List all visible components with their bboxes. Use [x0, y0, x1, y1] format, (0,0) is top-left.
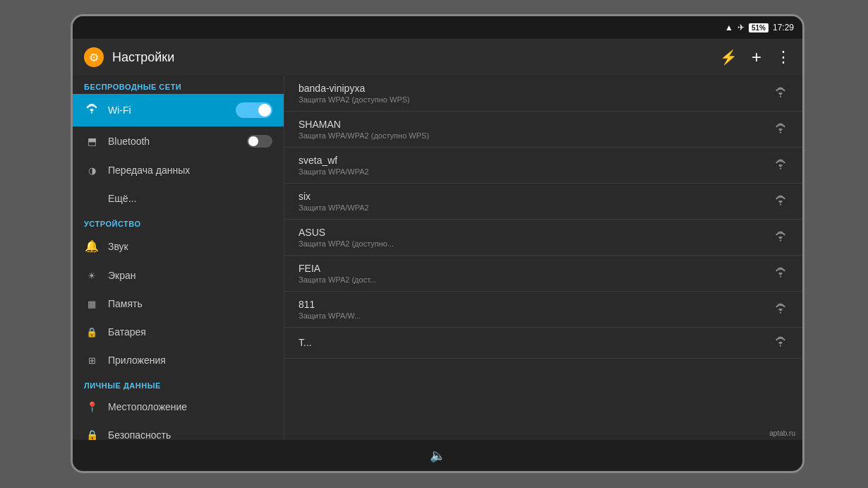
network-name: SHAMAN	[299, 119, 764, 130]
security-icon: 🔒	[84, 429, 100, 440]
battery-label: Батарея	[108, 326, 272, 338]
wifi-signal-icon	[773, 194, 788, 210]
more-button[interactable]: ⋮	[776, 48, 791, 66]
network-item[interactable]: 811 Защита WPA/W...	[284, 292, 802, 328]
gear-icon: ⚙	[84, 47, 104, 67]
signal-icon: ✈	[737, 23, 745, 32]
bluetooth-label: Bluetooth	[108, 136, 239, 147]
network-desc: Защита WPA2 (доступно...	[299, 239, 764, 248]
network-info: ASUS Защита WPA2 (доступно...	[299, 227, 764, 248]
section-wireless: БЕСПРОВОДНЫЕ СЕТИ	[73, 76, 284, 94]
network-desc: Защита WPA/WPA2 (доступно WPS)	[299, 131, 764, 140]
sidebar-item-data[interactable]: ◑ Передача данных	[73, 156, 284, 184]
sidebar-item-wifi[interactable]: Wi-Fi	[73, 94, 284, 126]
network-info: 811 Защита WPA/W...	[299, 299, 764, 320]
wifi-signal-icon	[773, 266, 788, 282]
network-name: ASUS	[299, 227, 764, 238]
network-item[interactable]: six Защита WPA/WPA2	[284, 184, 802, 220]
sidebar-item-apps[interactable]: ⊞ Приложения	[73, 346, 284, 374]
sidebar-item-more[interactable]: Ещё...	[73, 184, 284, 213]
screen-label: Экран	[108, 270, 272, 281]
wifi-toggle[interactable]	[236, 102, 272, 118]
network-item[interactable]: SHAMAN Защита WPA/WPA2 (доступно WPS)	[284, 112, 802, 148]
wifi-signal-icon	[773, 302, 788, 318]
network-desc: Защита WPA2 (доступно WPS)	[299, 95, 764, 104]
watermark: aptab.ru	[769, 429, 795, 437]
wifi-signal-icon	[773, 157, 788, 174]
sidebar-item-location[interactable]: 📍 Местоположение	[73, 393, 284, 421]
wifi-signal-icon	[773, 85, 788, 102]
data-label: Передача данных	[108, 165, 272, 176]
network-name: sveta_wf	[299, 155, 764, 166]
location-label: Местоположение	[108, 401, 272, 412]
sound-label: Звук	[108, 241, 272, 252]
sidebar: БЕСПРОВОДНЫЕ СЕТИ Wi-Fi ⬒ Bluetooth ◑ Пе…	[73, 76, 284, 440]
sidebar-item-memory[interactable]: ▦ Память	[73, 290, 284, 318]
network-info: banda-vinipyxa Защита WPA2 (доступно WPS…	[299, 83, 764, 104]
settings-title: Настройки	[112, 50, 174, 65]
status-bar: ▲ ✈ 51% 17:29	[73, 16, 802, 39]
network-info: six Защита WPA/WPA2	[299, 191, 764, 212]
wifi-signal-icon	[773, 335, 788, 351]
bluetooth-toggle[interactable]	[247, 135, 272, 148]
networks-panel: banda-vinipyxa Защита WPA2 (доступно WPS…	[284, 76, 802, 440]
wifi-signal-icon	[773, 121, 788, 138]
bluetooth-icon: ⬒	[84, 136, 100, 147]
flash-button[interactable]: ⚡	[720, 49, 737, 66]
clock: 17:29	[773, 23, 794, 32]
network-name: T...	[299, 337, 764, 348]
network-info: sveta_wf Защита WPA/WPA2	[299, 155, 764, 176]
volume-button[interactable]: 🔈	[424, 442, 451, 469]
network-info: T...	[299, 337, 764, 350]
apps-label: Приложения	[108, 355, 272, 366]
network-name: six	[299, 191, 764, 202]
tablet-frame: ▲ ✈ 51% 17:29 ⚙ Настройки ⚡ + ⋮ БЕСПРОВО…	[71, 14, 804, 473]
wifi-status-icon: ▲	[725, 23, 733, 32]
memory-icon: ▦	[84, 299, 100, 309]
network-name: FEIA	[299, 263, 764, 274]
network-desc: Защита WPA/WPA2	[299, 203, 764, 212]
network-item[interactable]: sveta_wf Защита WPA/WPA2	[284, 148, 802, 184]
network-desc: Защита WPA/WPA2	[299, 167, 764, 176]
section-personal: ЛИЧНЫЕ ДАННЫЕ	[73, 374, 284, 393]
app-bar: ⚙ Настройки ⚡ + ⋮	[73, 39, 802, 76]
sidebar-item-security[interactable]: 🔒 Безопасность	[73, 421, 284, 440]
network-item[interactable]: banda-vinipyxa Защита WPA2 (доступно WPS…	[284, 76, 802, 112]
network-name: 811	[299, 299, 764, 310]
screen-icon: ☀	[84, 270, 100, 281]
status-icons: ▲ ✈ 51% 17:29	[725, 23, 794, 32]
bottom-nav: 🔈	[73, 440, 802, 471]
wifi-icon	[84, 104, 100, 117]
data-icon: ◑	[84, 165, 100, 176]
network-name: banda-vinipyxa	[299, 83, 764, 94]
sidebar-item-sound[interactable]: 🔔 Звук	[73, 231, 284, 261]
network-desc: Защита WPA2 (дост...	[299, 275, 764, 284]
network-info: FEIA Защита WPA2 (дост...	[299, 263, 764, 284]
network-item[interactable]: T...	[284, 328, 802, 359]
sidebar-item-screen[interactable]: ☀ Экран	[73, 261, 284, 290]
wifi-signal-icon	[773, 230, 788, 246]
network-item[interactable]: ASUS Защита WPA2 (доступно...	[284, 220, 802, 256]
network-info: SHAMAN Защита WPA/WPA2 (доступно WPS)	[299, 119, 764, 140]
wifi-label: Wi-Fi	[108, 105, 227, 116]
sidebar-item-bluetooth[interactable]: ⬒ Bluetooth	[73, 126, 284, 156]
add-button[interactable]: +	[752, 47, 761, 67]
location-icon: 📍	[84, 401, 100, 412]
memory-label: Память	[108, 298, 272, 309]
network-item[interactable]: FEIA Защита WPA2 (дост...	[284, 256, 802, 292]
app-title-area: ⚙ Настройки	[84, 47, 720, 67]
section-device: УСТРОЙСТВО	[73, 213, 284, 231]
main-content: БЕСПРОВОДНЫЕ СЕТИ Wi-Fi ⬒ Bluetooth ◑ Пе…	[73, 76, 802, 440]
security-label: Безопасность	[108, 429, 272, 440]
battery-icon: 🔒	[84, 327, 100, 338]
network-desc: Защита WPA/W...	[299, 311, 764, 320]
app-bar-actions: ⚡ + ⋮	[720, 47, 791, 67]
battery-indicator: 51%	[749, 23, 768, 32]
more-label: Ещё...	[108, 193, 272, 204]
sound-icon: 🔔	[84, 239, 100, 253]
apps-icon: ⊞	[84, 355, 100, 366]
sidebar-item-battery[interactable]: 🔒 Батарея	[73, 318, 284, 346]
